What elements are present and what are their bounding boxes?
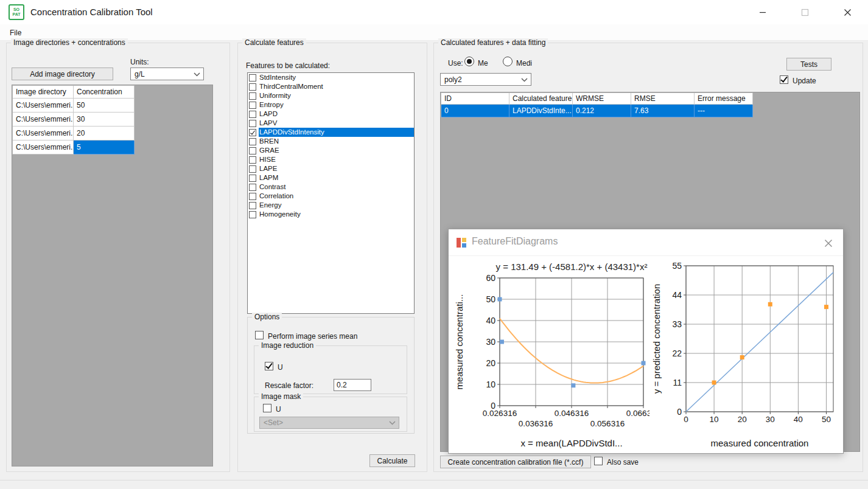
feature-checkbox[interactable] (249, 129, 256, 136)
feature-checkbox[interactable] (249, 147, 256, 154)
close-button[interactable] (837, 4, 858, 21)
directory-row[interactable]: C:\Users\emmeri...50 (13, 99, 135, 113)
feature-checkbox[interactable] (249, 165, 256, 173)
feature-item[interactable]: GRAE (248, 146, 414, 155)
feature-item[interactable]: StdIntensity (248, 73, 414, 82)
svg-text:0.026316: 0.026316 (483, 409, 517, 418)
feature-item[interactable]: LAPD (248, 109, 414, 119)
units-combobox[interactable]: g/L (130, 68, 204, 80)
feature-item[interactable]: LAPDDivStdIntensity (248, 128, 414, 137)
maximize-icon (801, 9, 809, 16)
image-reduction-checkbox[interactable] (265, 362, 273, 370)
feature-label: Homogeneity (259, 210, 414, 219)
result-cell[interactable]: 0.212 (573, 105, 631, 117)
image-mask-groupbox: Image mask U <Set> (254, 397, 407, 432)
svg-text:40: 40 (794, 415, 803, 424)
minimize-button[interactable] (752, 4, 773, 21)
feature-checkbox[interactable] (249, 202, 256, 209)
fit-model-value: poly2 (444, 75, 462, 84)
concentration-cell[interactable]: 30 (74, 113, 135, 127)
featurefit-title: FeatureFitDiagrams (472, 236, 558, 247)
use-median-radio-label: Medi (516, 59, 532, 68)
feature-item[interactable]: Uniformity (248, 91, 414, 100)
result-cell[interactable]: LAPDDivStdInte... (509, 105, 573, 117)
svg-text:0: 0 (684, 415, 688, 424)
create-ccf-button[interactable]: Create concentration calibration file (*… (440, 456, 591, 468)
directory-cell[interactable]: C:\Users\emmeri... (13, 127, 74, 140)
window-title: Concentration Calibration Tool (30, 7, 153, 17)
feature-checkbox[interactable] (249, 211, 256, 218)
result-cell[interactable]: --- (695, 105, 753, 117)
use-mean-radio-label: Me (478, 59, 488, 68)
feature-item[interactable]: HISE (248, 155, 414, 164)
also-save-checkbox[interactable] (594, 457, 603, 465)
directory-cell[interactable]: C:\Users\emmeri... (13, 113, 74, 127)
add-image-directory-button[interactable]: Add image directory (12, 68, 113, 80)
feature-checkbox[interactable] (249, 74, 256, 82)
result-cell[interactable]: 0 (441, 105, 509, 117)
close-icon (824, 239, 833, 248)
feature-checkbox[interactable] (249, 92, 256, 100)
directory-cell[interactable]: C:\Users\emmeri... (13, 99, 74, 113)
concentration-cell[interactable]: 5 (74, 140, 135, 154)
image-mask-checkbox[interactable] (263, 404, 271, 412)
directory-row[interactable]: C:\Users\emmeri...5 (13, 140, 135, 154)
use-median-radio[interactable] (503, 57, 513, 66)
chevron-down-icon (194, 72, 200, 77)
menu-file[interactable]: File (5, 27, 26, 39)
features-listbox[interactable]: StdIntensityThirdCentralMomentUniformity… (247, 72, 415, 314)
result-cell[interactable]: 7.63 (631, 105, 695, 117)
column-header[interactable]: Concentration (74, 86, 135, 99)
maximize-button[interactable] (794, 4, 815, 21)
column-header[interactable]: Image directory (13, 86, 74, 99)
feature-item[interactable]: Homogeneity (248, 210, 414, 219)
data-fitting-panel: Calculated features + data fitting Use: … (433, 43, 863, 472)
fit-model-combobox[interactable]: poly2 (440, 73, 531, 86)
feature-item[interactable]: ThirdCentralMoment (248, 82, 414, 91)
svg-text:55: 55 (672, 261, 682, 271)
use-mean-radio[interactable] (464, 57, 474, 66)
rescale-factor-input[interactable]: 0.2 (334, 379, 371, 391)
feature-item[interactable]: Energy (248, 201, 414, 210)
tests-button[interactable]: Tests (786, 58, 831, 71)
directory-row[interactable]: C:\Users\emmeri...20 (13, 127, 135, 140)
image-reduction-checkbox-label: U (278, 363, 283, 372)
feature-item[interactable]: Correlation (248, 192, 414, 201)
featurefit-close-button[interactable] (822, 237, 835, 249)
feature-checkbox[interactable] (249, 102, 256, 109)
svg-text:50: 50 (822, 415, 831, 424)
directory-row[interactable]: C:\Users\emmeri...30 (13, 113, 135, 127)
feature-checkbox[interactable] (249, 120, 256, 127)
column-header[interactable]: Calculated feature (509, 93, 573, 105)
feature-checkbox[interactable] (249, 156, 256, 164)
feature-item[interactable]: LAPM (248, 173, 414, 182)
column-header[interactable]: Error message (695, 93, 753, 105)
column-header[interactable]: ID (441, 93, 509, 105)
feature-checkbox[interactable] (249, 138, 256, 145)
column-header[interactable]: RMSE (631, 93, 695, 105)
image-reduction-groupbox: Image reduction U Rescale factor: 0.2 (254, 345, 407, 394)
feature-checkbox[interactable] (249, 193, 256, 200)
concentration-cell[interactable]: 20 (74, 127, 135, 140)
svg-text:0: 0 (677, 407, 682, 417)
series-mean-checkbox[interactable] (255, 331, 264, 339)
feature-item[interactable]: BREN (248, 137, 414, 146)
svg-text:60: 60 (486, 273, 495, 283)
feature-checkbox[interactable] (249, 83, 256, 91)
image-mask-combobox[interactable]: <Set> (259, 417, 399, 429)
update-checkbox[interactable] (780, 75, 788, 84)
feature-item[interactable]: Contrast (248, 182, 414, 192)
feature-item[interactable]: LAPE (248, 164, 414, 173)
concentration-cell[interactable]: 50 (74, 99, 135, 113)
feature-checkbox[interactable] (249, 184, 256, 191)
svg-text:y = 131.49 + (-4581.2)*x + (43: y = 131.49 + (-4581.2)*x + (43431)*x² (496, 262, 648, 272)
calculate-button[interactable]: Calculate (369, 454, 415, 467)
column-header[interactable]: WRMSE (573, 93, 631, 105)
feature-item[interactable]: LAPV (248, 119, 414, 128)
result-row[interactable]: 0LAPDDivStdInte...0.2127.63--- (441, 105, 753, 117)
feature-item[interactable]: Entropy (248, 100, 414, 109)
feature-checkbox[interactable] (249, 111, 256, 118)
directory-cell[interactable]: C:\Users\emmeri... (13, 140, 74, 154)
features-list-label: Features to be calculated: (246, 61, 330, 70)
feature-checkbox[interactable] (249, 175, 256, 182)
